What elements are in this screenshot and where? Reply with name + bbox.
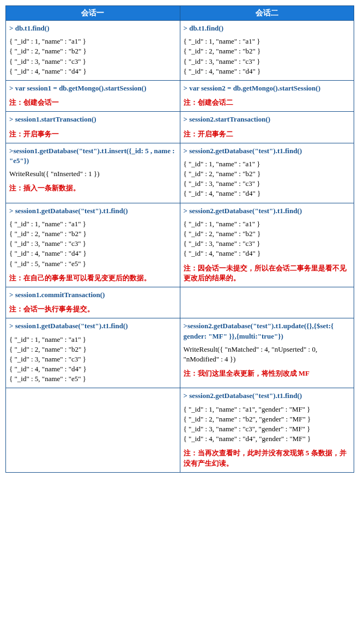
session2-cell: > session2.getDatabase("test").t1.find()… — [180, 143, 354, 203]
session2-cell: > session2.startTransaction()注：开启事务二 — [180, 112, 354, 143]
output-text: { "_id" : 1, "name" : "a1", "gender" : "… — [184, 405, 351, 444]
output-text: { "_id" : 1, "name" : "a1" } { "_id" : 2… — [184, 159, 351, 199]
table-row: > session1.commitTransaction()注：会话一执行事务提… — [6, 287, 354, 318]
session-comparison-table: 会话一 会话二 > db.t1.find(){ "_id" : 1, "name… — [5, 5, 354, 473]
command-text: > session2.getDatabase("test").t1.find() — [184, 391, 351, 401]
session1-cell — [6, 388, 180, 472]
command-text: > var session1 = db.getMongo().startSess… — [9, 83, 177, 93]
header-session1: 会话一 — [6, 6, 180, 21]
session2-cell — [180, 287, 354, 318]
table-row: > session1.getDatabase("test").t1.find()… — [6, 203, 354, 287]
command-text: > var session2 = db.getMongo().startSess… — [184, 83, 351, 93]
command-text: > session1.getDatabase("test").t1.find() — [9, 206, 177, 216]
table-row: >session1.getDatabase("test").t1.insert(… — [6, 143, 354, 203]
output-text: { "_id" : 1, "name" : "a1" } { "_id" : 2… — [9, 219, 177, 269]
note-text: 注：创建会话二 — [184, 98, 351, 107]
session2-cell: > session2.getDatabase("test").t1.find()… — [180, 203, 354, 287]
note-text: 注：插入一条新数据。 — [9, 183, 177, 193]
session1-cell: > db.t1.find(){ "_id" : 1, "name" : "a1"… — [6, 21, 180, 81]
note-text: 注：因会话一未提交，所以在会话二事务里是看不见更改后的结果的。 — [184, 263, 351, 283]
session1-cell: > session1.getDatabase("test").t1.find()… — [6, 203, 180, 287]
output-text: { "_id" : 1, "name" : "a1" } { "_id" : 2… — [184, 37, 351, 76]
note-text: 注：在自己的事务里可以看见变更后的数据。 — [9, 273, 177, 283]
note-text: 注：当再次查看时，此时并没有发现第 5 条数据，并没有产生幻读。 — [184, 448, 351, 468]
note-text: 注：开启事务二 — [184, 129, 351, 139]
note-text: 注：创建会话一 — [9, 98, 177, 107]
table-row: > db.t1.find(){ "_id" : 1, "name" : "a1"… — [6, 21, 354, 81]
command-text: >session2.getDatabase("test").t1.update(… — [184, 321, 351, 341]
command-text: > db.t1.find() — [184, 23, 351, 33]
session2-cell: > session2.getDatabase("test").t1.find()… — [180, 388, 354, 472]
session1-cell: >session1.getDatabase("test").t1.insert(… — [6, 143, 180, 203]
command-text: > session1.commitTransaction() — [9, 290, 177, 300]
command-text: > db.t1.find() — [9, 23, 177, 33]
table-row: > var session1 = db.getMongo().startSess… — [6, 80, 354, 111]
session1-cell: > session1.commitTransaction()注：会话一执行事务提… — [6, 287, 180, 318]
command-text: >session1.getDatabase("test").t1.insert(… — [9, 146, 177, 166]
session2-cell: > var session2 = db.getMongo().startSess… — [180, 80, 354, 111]
table-row: > session1.getDatabase("test").t1.find()… — [6, 318, 354, 388]
session1-cell: > session1.getDatabase("test").t1.find()… — [6, 318, 180, 388]
table-row: > session1.startTransaction()注：开启事务一> se… — [6, 112, 354, 143]
command-text: > session2.startTransaction() — [184, 114, 351, 124]
note-text: 注：会话一执行事务提交。 — [9, 304, 177, 314]
output-text: WriteResult({ "nMatched" : 4, "nUpserted… — [184, 345, 351, 364]
output-text: { "_id" : 1, "name" : "a1" } { "_id" : 2… — [9, 37, 177, 76]
command-text: > session2.getDatabase("test").t1.find() — [184, 206, 351, 216]
session1-cell: > session1.startTransaction()注：开启事务一 — [6, 112, 180, 143]
table-row: > session2.getDatabase("test").t1.find()… — [6, 388, 354, 472]
command-text: > session1.getDatabase("test").t1.find() — [9, 321, 177, 331]
note-text: 注：开启事务一 — [9, 129, 177, 139]
session1-cell: > var session1 = db.getMongo().startSess… — [6, 80, 180, 111]
session2-cell: > db.t1.find(){ "_id" : 1, "name" : "a1"… — [180, 21, 354, 81]
command-text: > session1.startTransaction() — [9, 114, 177, 124]
output-text: WriteResult({ "nInserted" : 1 }) — [9, 169, 177, 179]
note-text: 注：我们这里全表更新，将性别改成 MF — [184, 369, 351, 378]
command-text: > session2.getDatabase("test").t1.find() — [184, 146, 351, 156]
header-session2: 会话二 — [180, 6, 354, 21]
output-text: { "_id" : 1, "name" : "a1" } { "_id" : 2… — [9, 335, 177, 384]
session2-cell: >session2.getDatabase("test").t1.update(… — [180, 318, 354, 388]
output-text: { "_id" : 1, "name" : "a1" } { "_id" : 2… — [184, 219, 351, 259]
